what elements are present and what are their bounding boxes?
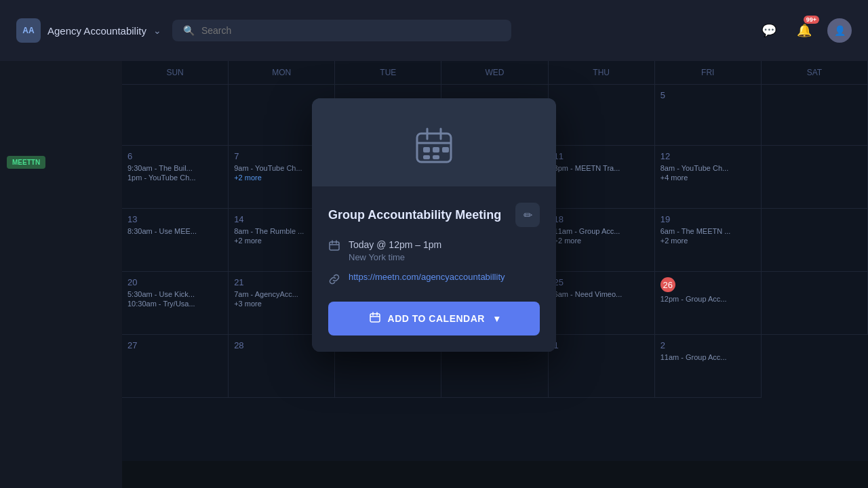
- event-time: Today @ 12pm – 1pm: [349, 238, 441, 252]
- calendar-btn-icon: [369, 311, 381, 326]
- calendar-cell[interactable]: 1811am - Group Acc...+2 more: [549, 209, 655, 272]
- calendar-small-icon: [328, 239, 340, 254]
- meettn-badge[interactable]: MEETTN: [7, 156, 45, 169]
- calendar-event[interactable]: +4 more: [660, 174, 755, 182]
- link-icon: [328, 273, 340, 288]
- calendar-day-number: 26: [660, 277, 675, 292]
- svg-rect-6: [423, 155, 430, 159]
- calendar-header: SUNMONTUEWEDTHUFRISAT: [122, 61, 868, 85]
- svg-rect-9: [330, 242, 339, 250]
- calendar-cell[interactable]: 205:30am - Use Kick...10:30am - Try/Usa.…: [122, 272, 229, 335]
- calendar-event[interactable]: 1pm - YouTube Ch...: [127, 174, 222, 182]
- svg-rect-5: [433, 147, 439, 152]
- calendar-cell[interactable]: [549, 85, 655, 146]
- calendar-icon-large: [414, 125, 454, 166]
- calendar-day-number: 1: [554, 340, 649, 350]
- org-name: Agency Accountability: [47, 25, 146, 37]
- svg-rect-8: [442, 147, 449, 152]
- modal-top: [312, 98, 556, 186]
- calendar-day-number: 27: [127, 340, 222, 350]
- calendar-day-header: MON: [229, 61, 335, 84]
- logo-area: AA Agency Accountability ⌄: [16, 18, 161, 43]
- calendar-day-number: 13: [127, 214, 222, 224]
- chevron-down-icon[interactable]: ⌄: [153, 25, 161, 36]
- calendar-event[interactable]: +2 more: [660, 237, 755, 245]
- add-to-calendar-label: ADD TO CALENDAR: [388, 313, 485, 324]
- calendar-event[interactable]: 6am - The MEETN ...: [660, 227, 755, 235]
- calendar-day-number: 19: [660, 214, 755, 224]
- calendar-cell[interactable]: 128am - YouTube Ch...+4 more: [655, 146, 762, 209]
- chat-icon: 💬: [762, 23, 776, 38]
- calendar-cell[interactable]: 196am - The MEETN ...+2 more: [655, 209, 762, 272]
- search-icon: 🔍: [183, 25, 195, 36]
- footer-bar: Jack Bosma's Presentation: [0, 461, 868, 488]
- calendar-cell[interactable]: [122, 85, 229, 146]
- calendar-day-number: 20: [127, 277, 222, 287]
- link-info-row: https://meetn.com/agencyaccountabillity: [328, 272, 540, 288]
- calendar-day-number: 6: [127, 151, 222, 161]
- calendar-event[interactable]: 11am - Group Acc...: [660, 353, 755, 361]
- calendar-event[interactable]: 3pm - MEETN Tra...: [554, 164, 649, 172]
- calendar-cell[interactable]: [762, 272, 868, 335]
- calendar-day-header: WED: [441, 61, 548, 84]
- time-info-text: Today @ 12pm – 1pm New York time: [349, 238, 441, 262]
- chat-button[interactable]: 💬: [757, 18, 781, 43]
- calendar-cell[interactable]: 113pm - MEETN Tra...: [549, 146, 655, 209]
- calendar-event[interactable]: 10:30am - Try/Usa...: [127, 300, 222, 308]
- calendar-day-number: 12: [660, 151, 755, 161]
- calendar-event[interactable]: 5:30am - Use Kick...: [127, 290, 222, 298]
- calendar-cell[interactable]: [762, 209, 868, 272]
- calendar-cell[interactable]: 1: [549, 335, 655, 398]
- left-sidebar: MEETTN: [0, 61, 122, 488]
- calendar-event[interactable]: 9:30am - The Buil...: [127, 164, 222, 172]
- dropdown-chevron-icon: ▾: [494, 313, 500, 324]
- calendar-day-number: 5: [660, 90, 755, 100]
- notification-button[interactable]: 🔔 99+: [792, 18, 816, 43]
- modal-title-row: Group Accountability Meeting ✏: [328, 203, 540, 227]
- topbar: AA Agency Accountability ⌄ 🔍 💬 🔔 99+ 👤: [0, 0, 868, 61]
- search-bar[interactable]: 🔍: [172, 20, 511, 41]
- svg-rect-4: [423, 147, 430, 152]
- calendar-day-number: 2: [660, 340, 755, 350]
- event-modal: Group Accountability Meeting ✏ Today @ 1…: [312, 98, 556, 352]
- calendar-day-number: 18: [554, 214, 649, 224]
- edit-button[interactable]: ✏: [515, 203, 540, 227]
- add-to-calendar-button[interactable]: ADD TO CALENDAR ▾: [328, 302, 540, 336]
- event-timezone: New York time: [349, 252, 441, 262]
- calendar-day-header: THU: [549, 61, 655, 84]
- modal-body: Group Accountability Meeting ✏ Today @ 1…: [312, 186, 556, 352]
- calendar-cell[interactable]: 5: [655, 85, 762, 146]
- calendar-event[interactable]: +2 more: [554, 237, 649, 245]
- event-link[interactable]: https://meetn.com/agencyaccountabillity: [349, 272, 505, 282]
- search-input[interactable]: [201, 25, 500, 36]
- calendar-day-number: 25: [554, 277, 649, 287]
- calendar-cell[interactable]: 2612pm - Group Acc...: [655, 272, 762, 335]
- calendar-event[interactable]: 12pm - Group Acc...: [660, 295, 755, 303]
- calendar-cell[interactable]: 211am - Group Acc...: [655, 335, 762, 398]
- calendar-cell[interactable]: 69:30am - The Buil...1pm - YouTube Ch...: [122, 146, 229, 209]
- edit-icon: ✏: [524, 209, 532, 222]
- calendar-event[interactable]: 11am - Group Acc...: [554, 227, 649, 235]
- event-title: Group Accountability Meeting: [328, 208, 501, 222]
- calendar-day-number: 11: [554, 151, 649, 161]
- avatar[interactable]: 👤: [827, 18, 852, 43]
- calendar-event[interactable]: 8:30am - Use MEE...: [127, 227, 222, 235]
- calendar-day-header: SUN: [122, 61, 229, 84]
- calendar-cell[interactable]: [762, 85, 868, 146]
- calendar-cell[interactable]: 138:30am - Use MEE...: [122, 209, 229, 272]
- topbar-right: 💬 🔔 99+ 👤: [757, 18, 852, 43]
- svg-rect-13: [370, 314, 380, 322]
- calendar-day-header: TUE: [335, 61, 441, 84]
- logo-icon: AA: [16, 18, 41, 43]
- calendar-cell[interactable]: 27: [122, 335, 229, 398]
- bell-icon: 🔔: [797, 23, 812, 38]
- calendar-event[interactable]: 6am - Need Vimeo...: [554, 290, 649, 298]
- svg-rect-7: [433, 155, 439, 159]
- calendar-cell[interactable]: 256am - Need Vimeo...: [549, 272, 655, 335]
- calendar-cell[interactable]: [762, 146, 868, 209]
- notification-badge: 99+: [804, 16, 819, 24]
- calendar-day-header: FRI: [655, 61, 762, 84]
- calendar-day-header: SAT: [762, 61, 868, 84]
- calendar-event[interactable]: 8am - YouTube Ch...: [660, 164, 755, 172]
- time-info-row: Today @ 12pm – 1pm New York time: [328, 238, 540, 262]
